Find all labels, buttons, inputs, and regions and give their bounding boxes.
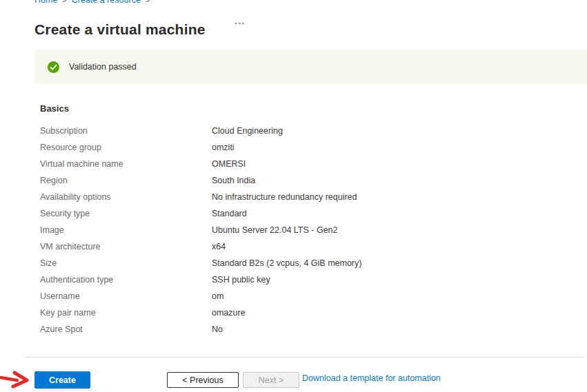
row-label: Region	[40, 176, 212, 185]
validation-message: Validation passed	[69, 62, 137, 72]
summary-row-vm-architecture: VM architecturex64	[40, 238, 573, 255]
row-value: x64	[212, 242, 226, 251]
breadcrumb-home-link[interactable]: Home	[34, 0, 57, 5]
red-arrow-annotation	[0, 371, 33, 390]
breadcrumb-separator: >	[62, 0, 66, 4]
row-label: Security type	[40, 209, 212, 218]
row-label: Image	[40, 225, 212, 235]
row-label: Azure Spot	[40, 324, 212, 334]
summary-row-availability-options: Availability optionsNo infrastructure re…	[40, 189, 573, 205]
summary-row-subscription: SubscriptionCloud Engineering	[40, 123, 573, 139]
row-label: Subscription	[40, 126, 212, 136]
summary-row-vm-name: Virtual machine nameOMERSI	[40, 156, 573, 172]
row-label: Availability options	[40, 192, 212, 202]
validation-banner: Validation passed	[34, 50, 587, 84]
row-value: Ubuntu Server 22.04 LTS - Gen2	[212, 225, 338, 235]
section-heading-basics: Basics	[40, 103, 69, 114]
breadcrumb-create-resource-link[interactable]: Create a resource	[72, 0, 141, 5]
row-value: No	[212, 324, 223, 334]
basics-summary-table: SubscriptionCloud Engineering Resource g…	[40, 123, 573, 338]
download-template-link[interactable]: Download a template for automation	[302, 373, 441, 383]
breadcrumb-separator: >	[146, 0, 150, 4]
breadcrumb: Home>Create a resource>	[34, 0, 155, 5]
row-value: omazure	[212, 308, 246, 318]
row-value: Cloud Engineering	[212, 126, 283, 136]
row-label: Authentication type	[40, 275, 212, 285]
footer-divider	[25, 357, 584, 358]
row-value: omziti	[212, 143, 235, 152]
row-value: Standard	[212, 209, 247, 218]
summary-row-username: Usernameom	[40, 288, 573, 305]
summary-row-key-pair-name: Key pair nameomazure	[40, 305, 573, 321]
row-label: Username	[40, 291, 212, 301]
row-label: Size	[40, 258, 212, 268]
row-value: SSH public key	[212, 275, 270, 285]
row-label: Key pair name	[40, 308, 212, 318]
more-options-icon[interactable]: ...	[232, 14, 248, 27]
create-button[interactable]: Create	[34, 371, 90, 389]
row-value: No infrastructure redundancy required	[212, 192, 357, 202]
summary-row-region: RegionSouth India	[40, 172, 573, 189]
summary-row-authentication-type: Authentication typeSSH public key	[40, 271, 573, 288]
row-value: Standard B2s (2 vcpus, 4 GiB memory)	[212, 258, 361, 268]
row-value: OMERSI	[212, 159, 246, 169]
summary-row-azure-spot: Azure SpotNo	[40, 321, 573, 338]
summary-row-security-type: Security typeStandard	[40, 205, 573, 222]
next-button: Next >	[243, 372, 299, 388]
row-value: South India	[212, 176, 255, 185]
create-vm-review-page: Home>Create a resource> Create a virtual…	[0, 0, 587, 392]
summary-row-image: ImageUbuntu Server 22.04 LTS - Gen2	[40, 222, 573, 238]
summary-row-size: SizeStandard B2s (2 vcpus, 4 GiB memory)	[40, 255, 573, 271]
previous-button[interactable]: < Previous	[167, 372, 239, 388]
row-label: VM architecture	[40, 242, 212, 251]
row-label: Virtual machine name	[40, 159, 212, 169]
summary-row-resource-group: Resource groupomziti	[40, 139, 573, 156]
page-title: Create a virtual machine	[34, 21, 206, 38]
checkmark-circle-icon	[48, 61, 59, 73]
row-value: om	[212, 291, 223, 301]
row-label: Resource group	[40, 143, 212, 152]
